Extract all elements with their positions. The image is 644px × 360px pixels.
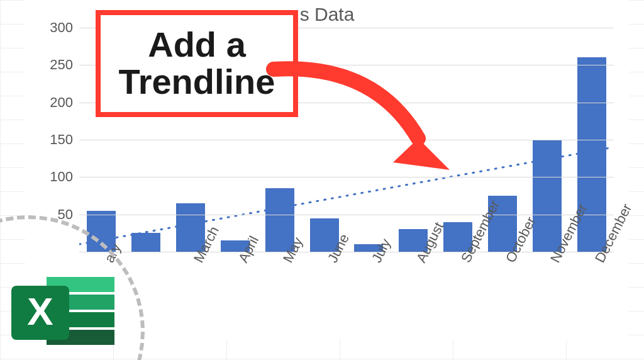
excel-logo-icon: X — [8, 273, 121, 349]
svg-marker-7 — [393, 138, 450, 170]
x-label-slot: December — [569, 254, 614, 336]
gridline — [79, 252, 614, 252]
chart-title: s Data — [300, 4, 355, 25]
y-tick-label: 300 — [50, 20, 79, 36]
bar-february[interactable] — [131, 233, 160, 252]
callout-line1: Add a — [148, 26, 246, 64]
y-tick-label: 250 — [50, 57, 79, 73]
x-label-slot: August — [391, 254, 436, 336]
svg-text:X: X — [27, 290, 53, 333]
x-label-slot: November — [525, 254, 569, 336]
x-label-slot: July — [347, 254, 391, 336]
callout-arrow-icon — [261, 57, 456, 183]
x-label-slot: September — [436, 254, 480, 336]
x-label-slot: October — [480, 254, 525, 336]
bar-november[interactable] — [533, 140, 562, 252]
gridline — [79, 215, 614, 215]
x-label-slot: March — [169, 254, 213, 336]
y-tick-label: 100 — [50, 169, 79, 185]
x-axis-labels: aryMarchAprilMayJuneJulyAugustSeptemberO… — [79, 254, 614, 336]
x-label-slot: May — [257, 254, 302, 336]
y-tick-label: 150 — [50, 132, 79, 148]
callout-line2: Trendline — [119, 64, 275, 101]
x-label-slot: April — [213, 254, 257, 336]
y-tick-label: 200 — [50, 94, 79, 111]
x-label-slot: June — [302, 254, 347, 336]
